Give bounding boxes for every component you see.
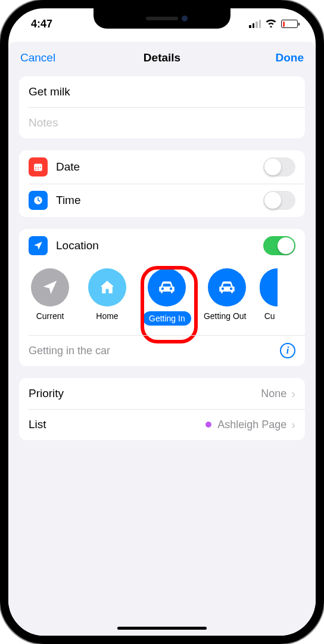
location-label: Location [56, 239, 263, 252]
chevron-right-icon: › [291, 387, 295, 401]
location-option-custom[interactable]: Cu [263, 268, 281, 326]
home-indicator[interactable] [117, 627, 207, 630]
location-option-label: Cu [264, 311, 275, 321]
page-title: Details [144, 51, 180, 64]
chevron-right-icon: › [291, 418, 295, 432]
date-label: Date [56, 160, 263, 174]
location-option-label: Current [36, 311, 64, 321]
list-value: Ashleigh Page [217, 419, 286, 431]
location-detail-row[interactable]: Getting in the car i [19, 335, 305, 366]
notes-placeholder: Notes [29, 116, 58, 129]
time-label: Time [56, 194, 263, 207]
custom-icon [260, 268, 278, 306]
location-option-label: Getting In [143, 311, 191, 326]
location-option-label: Home [96, 311, 118, 321]
location-group: Location Current Home [19, 229, 305, 366]
location-options[interactable]: Current Home Getting In [19, 262, 305, 335]
location-option-label: Getting Out [204, 311, 247, 321]
clock-icon [29, 191, 48, 210]
home-icon [88, 268, 126, 306]
date-toggle[interactable] [263, 157, 295, 177]
cancel-button[interactable]: Cancel [20, 51, 62, 64]
info-icon[interactable]: i [280, 343, 295, 358]
navbar: Cancel Details Done [8, 42, 316, 74]
car-icon [148, 268, 186, 306]
battery-icon [281, 20, 298, 28]
list-row[interactable]: List Ashleigh Page › [19, 409, 305, 440]
location-detail-text: Getting in the car [29, 345, 280, 357]
priority-list-group: Priority None › List Ashleigh Page › [19, 378, 305, 440]
priority-row[interactable]: Priority None › [19, 378, 305, 409]
location-option-getting-out[interactable]: Getting Out [205, 268, 248, 326]
content: Notes Date Time [8, 74, 316, 454]
svg-rect-1 [34, 164, 42, 166]
cellular-icon [249, 20, 261, 28]
priority-value: None [261, 388, 286, 400]
done-button[interactable]: Done [262, 51, 304, 64]
svg-rect-2 [36, 167, 37, 168]
list-color-dot [205, 422, 211, 428]
svg-rect-3 [38, 167, 39, 168]
notes-row[interactable]: Notes [19, 107, 305, 138]
location-option-current[interactable]: Current [29, 268, 71, 326]
title-row[interactable] [19, 76, 305, 107]
date-time-group: Date Time [19, 150, 305, 217]
svg-rect-5 [36, 169, 37, 170]
title-notes-group: Notes [19, 76, 305, 138]
location-icon [29, 236, 48, 255]
location-option-getting-in[interactable]: Getting In [143, 268, 191, 326]
location-row[interactable]: Location [19, 229, 305, 262]
location-option-home[interactable]: Home [86, 268, 129, 326]
wifi-icon [265, 18, 277, 30]
status-time: 4:47 [31, 18, 52, 30]
notch [94, 8, 230, 29]
arrow-icon [31, 268, 69, 306]
date-row[interactable]: Date [19, 150, 305, 184]
screen: Cancel Details Done Notes Date [8, 42, 316, 638]
priority-label: Priority [29, 387, 261, 400]
svg-rect-6 [38, 169, 39, 170]
phone-frame: 4:47 Cancel Details Done Notes [0, 0, 324, 644]
time-toggle[interactable] [263, 191, 295, 210]
status-icons [249, 18, 298, 30]
svg-rect-4 [40, 167, 41, 168]
location-toggle[interactable] [263, 236, 295, 255]
calendar-icon [29, 157, 48, 177]
time-row[interactable]: Time [19, 184, 305, 217]
car-icon [208, 268, 246, 306]
list-label: List [29, 418, 205, 431]
title-input[interactable] [29, 85, 295, 98]
